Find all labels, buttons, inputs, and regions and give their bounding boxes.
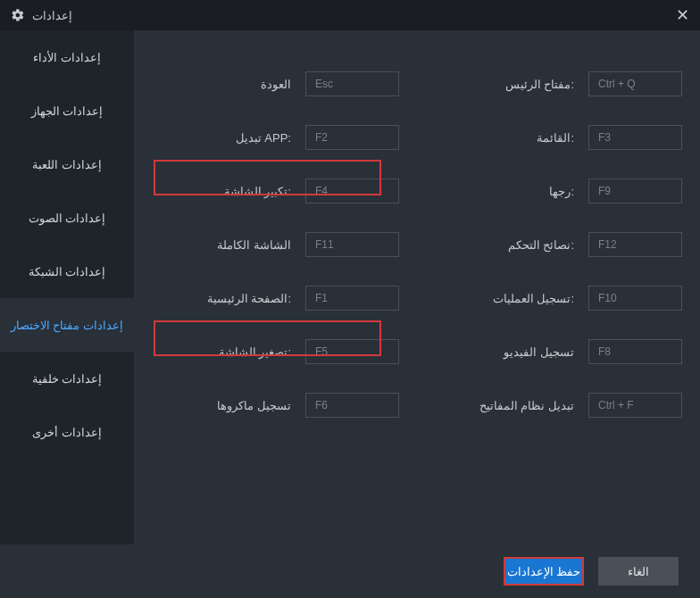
shortcut-label: تسجيل الفيديو	[504, 345, 574, 359]
shortcut-input-zoom-in[interactable]	[305, 179, 399, 203]
shortcut-input-fullscreen[interactable]	[305, 232, 399, 257]
window-title: إعدادات	[32, 9, 72, 22]
sidebar-item-other[interactable]: إعدادات أخرى	[0, 405, 134, 459]
shortcut-label: العودة	[261, 78, 291, 91]
shortcut-input-home[interactable]	[305, 286, 399, 311]
shortcut-label: تبديل نظام المفاتيح	[479, 399, 574, 412]
titlebar: إعدادات ✕	[0, 0, 700, 30]
shortcut-input-zoom-out[interactable]	[305, 339, 399, 364]
sidebar-item-label: إعدادات خلفية	[32, 372, 103, 386]
shortcut-label: الصفحة الرئيسية:	[207, 292, 291, 305]
shortcut-input-menu[interactable]	[588, 125, 682, 150]
sidebar-item-shortcut[interactable]: إعدادات مفتاح الاختصار	[0, 298, 134, 352]
shortcut-label: الشاشة الكاملة	[217, 238, 291, 252]
sidebar-item-performance[interactable]: إعدادات الأداء	[0, 30, 134, 84]
shortcut-label: تسجيل العمليات:	[493, 292, 574, 305]
shortcut-input-shake[interactable]	[588, 179, 682, 203]
sidebar-item-background[interactable]: إعدادات خلفية	[0, 352, 134, 405]
sidebar-item-label: إعدادات الصوت	[29, 212, 106, 225]
sidebar-item-label: إعدادات الأداء	[33, 51, 101, 64]
shortcut-label: تسجيل ماكروها	[217, 399, 291, 412]
close-icon[interactable]: ✕	[676, 5, 689, 25]
shortcut-label: تصغير الشاشة:	[219, 345, 291, 359]
shortcut-input-boss[interactable]	[588, 71, 682, 96]
sidebar: إعدادات الأداء إعدادات الجهاز إعدادات ال…	[0, 30, 134, 544]
shortcut-label: تكبير الشاشة:	[224, 185, 291, 198]
shortcut-label: مفتاح الرئيس:	[505, 78, 574, 91]
sidebar-item-label: إعدادات اللعبة	[32, 158, 102, 171]
footer: حفظ الإعدادات الغاء	[0, 544, 700, 598]
shortcut-label: تبديل APP:	[236, 131, 291, 145]
shortcut-input-control-tips[interactable]	[588, 232, 682, 257]
shortcut-label: القائمة:	[537, 131, 574, 145]
sidebar-item-label: إعدادات الجهاز	[31, 104, 104, 118]
shortcut-input-macro[interactable]	[305, 393, 399, 418]
cancel-button-label: الغاء	[628, 565, 649, 578]
save-button-label: حفظ الإعدادات	[507, 565, 581, 578]
shortcut-input-switch-app[interactable]	[305, 125, 399, 150]
sidebar-item-label: إعدادات مفتاح الاختصار	[11, 319, 123, 332]
save-button[interactable]: حفظ الإعدادات	[504, 557, 584, 586]
shortcut-label: نصائح التحكم:	[508, 238, 574, 252]
shortcut-input-record-ops[interactable]	[588, 286, 682, 311]
shortcut-input-back[interactable]	[305, 71, 399, 96]
content-area: العودة مفتاح الرئيس: تبديل APP: القائمة:…	[134, 30, 700, 544]
sidebar-item-game[interactable]: إعدادات اللعبة	[0, 137, 134, 191]
sidebar-item-network[interactable]: إعدادات الشبكة	[0, 245, 134, 298]
cancel-button[interactable]: الغاء	[598, 557, 679, 586]
sidebar-item-device[interactable]: إعدادات الجهاز	[0, 84, 134, 137]
shortcut-input-keymap[interactable]	[588, 393, 682, 418]
shortcut-input-record-video[interactable]	[588, 339, 682, 364]
shortcut-label: رجها:	[549, 185, 574, 198]
sidebar-item-sound[interactable]: إعدادات الصوت	[0, 191, 134, 245]
gear-icon	[11, 8, 25, 22]
sidebar-item-label: إعدادات أخرى	[32, 426, 102, 439]
sidebar-item-label: إعدادات الشبكة	[29, 265, 106, 278]
